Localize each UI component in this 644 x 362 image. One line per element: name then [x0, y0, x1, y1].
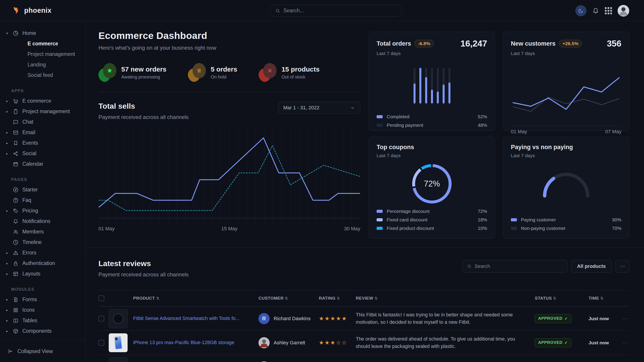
stat-new-orders: 57 new orders Awating processing	[98, 63, 166, 82]
row-checkbox[interactable]	[98, 340, 104, 346]
reviews-search[interactable]	[462, 260, 568, 273]
reviews-table: PRODUCT CUSTOMER RATING REVIEW STATUS TI…	[98, 290, 629, 362]
star-icon	[106, 67, 113, 74]
sidebar-subitem-project-management[interactable]: Project management	[6, 49, 86, 59]
caret-right-icon	[6, 272, 9, 276]
sidebar-item-errors[interactable]: Errors	[6, 248, 86, 258]
legend-pending: Pending payment 48%	[376, 121, 487, 129]
collapse-view-toggle[interactable]: Collapsed View	[0, 340, 86, 362]
column-status[interactable]: STATUS	[535, 296, 588, 301]
row-menu-button[interactable]	[622, 340, 629, 346]
reviews-search-input[interactable]	[474, 263, 563, 269]
topbar: phoenix	[0, 0, 644, 21]
sidebar-subitem-landing[interactable]: Landing	[6, 59, 86, 70]
row-checkbox[interactable]	[98, 316, 104, 322]
caret-right-icon	[6, 329, 9, 333]
column-rating[interactable]: RATING	[319, 296, 356, 301]
column-review[interactable]: REVIEW	[356, 296, 535, 301]
grid-squares-icon	[13, 307, 18, 313]
card-period: Last 7 days	[511, 153, 622, 158]
caret-right-icon	[6, 319, 9, 322]
sidebar-item-faq[interactable]: Faq	[6, 195, 86, 206]
total-orders-card: Total orders -6.8% 16,247 Last 7 days Co…	[369, 32, 495, 131]
sidebar-item-components[interactable]: Components	[6, 326, 86, 336]
grid-icon	[605, 7, 612, 14]
sidebar-subitem-social-feed[interactable]: Social feed	[6, 70, 86, 80]
card-title: Total orders	[376, 40, 411, 47]
donut-center-value: 72%	[424, 179, 440, 188]
sidebar-subitem-ecommerce[interactable]: E commerce	[6, 38, 86, 49]
table-row	[98, 355, 629, 362]
sidebar-item-pricing[interactable]: Pricing	[6, 206, 86, 216]
caret-right-icon	[6, 152, 9, 155]
sidebar-item-notifications[interactable]: Notifications	[6, 216, 86, 227]
select-all-checkbox[interactable]	[98, 295, 104, 301]
column-time[interactable]: TIME	[588, 296, 622, 301]
total-orders-value: 16,247	[460, 39, 487, 48]
column-customer[interactable]: CUSTOMER	[258, 296, 319, 301]
table-row: Fitbit Sense Advanced Smartwatch with To…	[98, 306, 629, 331]
new-customers-line-chart	[511, 64, 622, 124]
cube-icon	[13, 328, 18, 334]
global-search-input[interactable]	[283, 7, 397, 14]
card-period: Last 7 days	[376, 153, 487, 158]
theme-toggle-button[interactable]	[575, 5, 586, 16]
caret-right-icon	[6, 131, 9, 134]
card-title: Top coupons	[376, 144, 414, 151]
sidebar-item-chat[interactable]: Chat	[6, 117, 86, 127]
sidebar-item-icons[interactable]: Icons	[6, 305, 86, 315]
product-link[interactable]: iPhone 13 pro max-Pacific Blue-128GB sto…	[133, 340, 258, 346]
quick-stats: 57 new orders Awating processing 5 order…	[98, 63, 360, 82]
more-options-button[interactable]	[615, 260, 629, 273]
file-icon	[13, 297, 18, 303]
sidebar-item-forms[interactable]: Forms	[6, 294, 86, 305]
sidebar-item-calendar[interactable]: Calendar	[6, 159, 86, 169]
sidebar-item-tables[interactable]: Tables	[6, 315, 86, 326]
sidebar-nav: Home E commerce Project management Landi…	[0, 21, 86, 340]
warning-triangle-icon	[13, 250, 18, 256]
sidebar-item-timeline[interactable]: Timeline	[6, 237, 86, 248]
bell-icon	[13, 218, 18, 224]
check-icon	[564, 340, 568, 345]
legend-swatch	[376, 227, 383, 230]
total-sells-x-axis: 01 May 15 May 30 May	[98, 226, 360, 232]
sidebar-item-project-management[interactable]: Project management	[6, 106, 86, 117]
notifications-button[interactable]	[592, 7, 599, 14]
brand-logo[interactable]: phoenix	[0, 6, 52, 15]
date-range-select[interactable]: Mar 1 - 31, 2022	[278, 102, 360, 114]
customer-avatar[interactable]	[258, 337, 270, 348]
sidebar-item-ecommerce[interactable]: E commerce	[6, 96, 86, 106]
product-thumbnail	[108, 333, 128, 353]
global-search[interactable]	[270, 5, 402, 16]
main-content: Ecommerce Dashboard Here's what's going …	[86, 21, 644, 362]
pause-icon	[196, 67, 202, 74]
sidebar-item-events[interactable]: Events	[6, 138, 86, 148]
avatar-photo	[618, 5, 629, 16]
sidebar-item-social[interactable]: Social	[6, 148, 86, 159]
rating-stars: ★★★★★	[319, 315, 356, 322]
all-products-button[interactable]: All products	[571, 260, 612, 273]
apps-menu-button[interactable]	[605, 7, 612, 14]
product-link[interactable]: Fitbit Sense Advanced Smartwatch with To…	[133, 316, 258, 321]
sidebar-item-email[interactable]: Email	[6, 127, 86, 138]
column-product[interactable]: PRODUCT	[133, 296, 258, 301]
legend-completed: Completed 52%	[376, 112, 487, 121]
review-text: The order was delivered ahead of schedul…	[356, 335, 535, 350]
sidebar-item-starter[interactable]: Starter	[6, 184, 86, 195]
legend-fixed-card-discount: Fixed card discount 18%	[376, 216, 487, 224]
customer-avatar[interactable]: R	[258, 313, 270, 324]
caret-right-icon	[6, 308, 9, 312]
collapse-icon	[8, 348, 14, 354]
sidebar-item-home[interactable]: Home	[6, 28, 86, 38]
card-period: Last 7 days	[376, 51, 487, 56]
sidebar-item-members[interactable]: Members	[6, 227, 86, 237]
paying-vs-nonpaying-card: Paying vs non paying Last 7 days Paying …	[503, 137, 629, 239]
user-avatar[interactable]	[618, 5, 629, 16]
product-thumbnail	[108, 357, 128, 362]
ellipsis-icon	[620, 263, 625, 269]
sidebar-item-layouts[interactable]: Layouts	[6, 269, 86, 279]
avatar-photo	[258, 337, 270, 348]
clipboard-icon	[13, 109, 18, 114]
row-menu-button[interactable]	[622, 316, 629, 322]
sidebar-item-authentication[interactable]: Authentication	[6, 258, 86, 269]
